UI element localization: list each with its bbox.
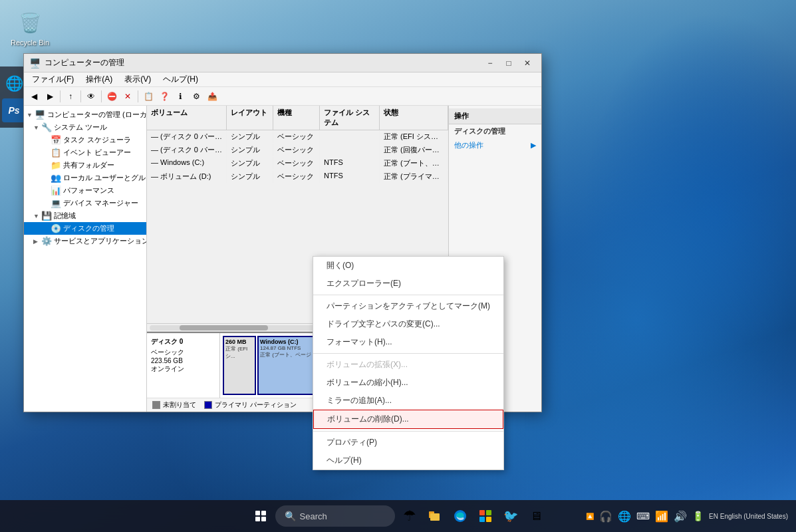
col-header-type[interactable]: 機種 [273, 106, 320, 130]
toolbar-help2[interactable]: ❓ [157, 89, 172, 104]
ctx-format[interactable]: フォーマット(H)... [313, 333, 503, 351]
tree-label-system-tools: システム ツール [54, 122, 107, 132]
menu-action[interactable]: 操作(A) [80, 72, 118, 86]
ctx-mark-active[interactable]: パーティションをアクティブとしてマーク(M) [313, 297, 503, 315]
disk-info-panel: ディスク 0 ベーシック 223.56 GB オンライン [147, 333, 220, 398]
action-disk-management[interactable]: ディスクの管理 [449, 124, 541, 138]
toolbar-delete[interactable]: ✕ [120, 89, 135, 104]
ctx-shrink[interactable]: ボリュームの縮小(H)... [313, 374, 503, 392]
taskbar-store-app[interactable] [475, 505, 496, 527]
tree-arrow-system-tools: ▼ [33, 124, 41, 131]
window-menubar: ファイル(F) 操作(A) 表示(V) ヘルプ(H) [24, 72, 541, 87]
ctx-separator-2 [313, 353, 503, 354]
tree-icon-local-users: 👥 [51, 173, 61, 183]
ctx-separator-1 [313, 295, 503, 295]
table-row[interactable]: — (ディスク 0 パーティション 1) シンプル ベーシック 正常 (EFI … [147, 130, 448, 144]
table-row[interactable]: — ボリューム (D:) シンプル ベーシック NTFS 正常 (プライマリ パ… [147, 170, 448, 184]
taskbar-search[interactable]: 🔍 Search [275, 505, 395, 527]
cell-layout-3: シンプル [227, 170, 273, 183]
tree-item-storage[interactable]: ▼ 💾 記憶域 [24, 209, 146, 222]
tree-item-computer-management[interactable]: ▼ 🖥️ コンピューターの管理 (ローカル) [24, 108, 146, 121]
recycle-bin-label: Recycle Bin [11, 39, 49, 47]
menu-file[interactable]: ファイル(F) [27, 72, 79, 86]
cell-type-3: ベーシック [273, 170, 320, 183]
menu-view[interactable]: 表示(V) [119, 72, 156, 86]
taskbar-edge-app[interactable] [450, 505, 471, 527]
toolbar-separator-3 [101, 90, 102, 102]
scroll-thumb [180, 325, 269, 331]
toolbar-up[interactable]: ↑ [63, 89, 78, 104]
tree-item-shared-folders[interactable]: 📁 共有フォルダー [24, 159, 146, 172]
windows-logo-icon [255, 511, 266, 521]
cell-fs-0 [320, 130, 380, 143]
cell-type-0: ベーシック [273, 130, 320, 143]
minimize-button[interactable]: − [481, 57, 499, 70]
tree-item-disk-management[interactable]: 💿 ディスクの管理 [24, 222, 146, 235]
disk-status: オンライン [151, 364, 215, 374]
ctx-open[interactable]: 開く(O) [313, 257, 503, 275]
toolbar-forward[interactable]: ▶ [43, 89, 57, 104]
taskbar-bird-app[interactable]: 🐦 [500, 505, 521, 527]
tree-item-event-viewer[interactable]: 📋 イベント ビューアー [24, 146, 146, 159]
taskbar-files-app[interactable] [424, 505, 446, 527]
toolbar-info[interactable]: ℹ [173, 89, 188, 104]
partition-efi-status: 正常 (EFI シ... [225, 345, 253, 360]
toolbar-back[interactable]: ◀ [27, 89, 41, 104]
tree-item-device-manager[interactable]: 💻 デバイス マネージャー [24, 197, 146, 209]
edge-icon [453, 509, 467, 523]
cell-fs-2: NTFS [320, 157, 380, 170]
taskbar-center: 🔍 Search ☂ 🐦 🖥 [250, 505, 547, 527]
toolbar-export[interactable]: 📤 [205, 89, 219, 104]
ctx-add-mirror[interactable]: ミラーの追加(A)... [313, 392, 503, 410]
svg-rect-6 [486, 517, 491, 522]
taskbar-monitor-app[interactable]: 🖥 [525, 505, 547, 527]
desktop-icon-recycle-bin[interactable]: 🗑️ Recycle Bin [7, 7, 53, 49]
ctx-delete[interactable]: ボリュームの削除(D)... [313, 410, 503, 429]
tree-item-local-users[interactable]: 👥 ローカル ユーザーとグループ [24, 172, 146, 184]
tray-arrow[interactable]: 🔼 [586, 513, 594, 520]
tree-icon-system-tools: 🔧 [41, 122, 52, 132]
ctx-explorer[interactable]: エクスプローラー(E) [313, 275, 503, 293]
close-button[interactable]: ✕ [519, 57, 536, 70]
tree-item-system-tools[interactable]: ▼ 🔧 システム ツール [24, 121, 146, 134]
col-header-layout[interactable]: レイアウト [227, 106, 273, 130]
tree-item-performance[interactable]: 📊 パフォーマンス [24, 184, 146, 197]
toolbar-settings[interactable]: ⚙ [189, 89, 203, 104]
cell-volume-3: — ボリューム (D:) [147, 170, 227, 183]
action-other-ops[interactable]: 他の操作 ▶ [449, 138, 541, 152]
ctx-help[interactable]: ヘルプ(H) [313, 452, 503, 469]
tray-sound-icon: 🔊 [674, 510, 687, 523]
col-header-status[interactable]: 状態 [380, 106, 448, 130]
col-header-filesystem[interactable]: ファイル システム [320, 106, 380, 130]
toolbar-show-hide[interactable]: 👁 [84, 89, 98, 104]
table-row[interactable]: — (ディスク 0 パーティション 4) シンプル ベーシック 正常 (回復パー… [147, 144, 448, 157]
table-row[interactable]: — Windows (C:) シンプル ベーシック NTFS 正常 (ブート、ペ… [147, 157, 448, 170]
maximize-button[interactable]: □ [500, 57, 517, 70]
cell-fs-1 [320, 144, 380, 156]
tree-item-task-scheduler[interactable]: 📅 タスク スケジューラ [24, 134, 146, 146]
toolbar-stop[interactable]: ⛔ [104, 89, 119, 104]
context-menu: 開く(O) エクスプローラー(E) パーティションをアクティブとしてマーク(M)… [313, 256, 504, 470]
toolbar-separator-1 [60, 90, 61, 102]
partition-efi[interactable]: 260 MB 正常 (EFI シ... [223, 336, 256, 395]
toolbar-properties[interactable]: 📋 [141, 89, 156, 104]
actions-panel-title: 操作 [449, 108, 541, 124]
ctx-properties[interactable]: プロパティ(P) [313, 434, 503, 452]
disk-label: ディスク 0 [151, 337, 215, 346]
ctx-change-letter[interactable]: ドライブ文字とパスの変更(C)... [313, 315, 503, 333]
tree-label-storage: 記憶域 [54, 211, 76, 221]
edge-sidebar-app[interactable]: 🌐 [2, 72, 26, 96]
cell-layout-0: シンプル [227, 130, 273, 143]
tree-item-services-apps[interactable]: ▶ ⚙️ サービスとアプリケーション [24, 235, 146, 247]
cell-volume-1: — (ディスク 0 パーティション 4) [147, 144, 227, 156]
start-button[interactable] [250, 505, 271, 527]
tray-language[interactable]: EN English (United States) [709, 513, 788, 520]
taskbar-umbrella-app[interactable]: ☂ [399, 505, 420, 527]
tree-label-local-users: ローカル ユーザーとグループ [63, 173, 147, 183]
col-header-volume[interactable]: ボリューム [147, 106, 227, 130]
menu-help[interactable]: ヘルプ(H) [158, 72, 203, 86]
tree-arrow-services-apps: ▶ [33, 238, 41, 245]
ps-sidebar-app[interactable]: Ps [2, 98, 26, 122]
legend-unallocated: 未割り当て [152, 400, 196, 410]
cell-volume-2: — Windows (C:) [147, 157, 227, 170]
